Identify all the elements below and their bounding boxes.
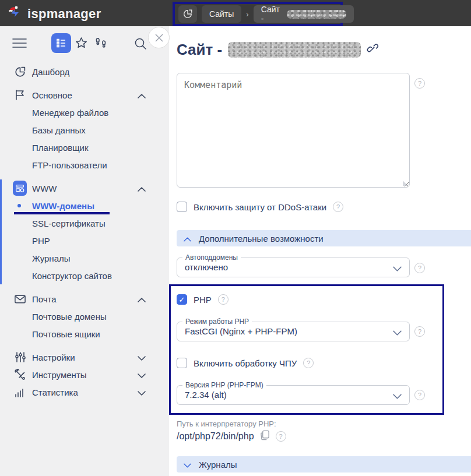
section-advanced-features[interactable]: Дополнительные возможности [177,230,471,246]
php-version-select[interactable]: Версия PHP (PHP-FPM) 7.2.34 (alt) [177,385,410,405]
help-icon[interactable]: ? [303,358,314,368]
ddos-checkbox[interactable] [177,202,187,212]
ddos-checkbox-row: Включить защиту от DDoS-атаки ? [177,202,343,212]
app-name: ispmanager [27,6,101,22]
sidebar-item-scheduler[interactable]: Планировщик [0,139,169,156]
main-panel: Сайт - ? Включить защиту от DDoS-атаки ?… [169,26,471,476]
breadcrumb-tab-sites[interactable]: Сайты [202,5,241,23]
sidebar-group-settings[interactable]: Настройки [0,348,169,366]
chevron-up-icon [138,184,146,193]
tools-icon [13,369,27,380]
list-icon [55,37,67,49]
chevron-up-icon [138,294,146,304]
php-path-value: /opt/php72/bin/php [177,431,254,442]
sidebar-group-www[interactable]: WWW [0,179,169,197]
page-title: Сайт - [177,41,379,59]
bar-chart-icon [13,386,27,398]
close-icon [154,33,164,43]
breadcrumb-tab-current-site[interactable]: Сайт - [254,5,354,23]
sidebar-group-tools[interactable]: Инструменты [0,366,169,383]
sidebar: Дашборд Основное Менеджер файлов Базы да… [0,26,169,476]
breadcrumb-separator: › [246,10,248,19]
help-icon[interactable]: ? [333,202,343,212]
chevron-down-icon [184,460,191,470]
help-icon[interactable]: ? [414,78,425,89]
php-path-row: /opt/php72/bin/php ? [177,430,286,443]
php-annotation-box: PHP ? Режим работы PHP FastCGI (Nginx + … [169,284,444,415]
textarea-resize-handle[interactable] [403,181,408,186]
active-item-annotation-underline [14,212,110,214]
chevron-up-icon [138,90,146,100]
chevron-down-icon [138,387,146,397]
favorites-star-icon[interactable] [74,36,89,52]
sidebar-item-php[interactable]: PHP [0,232,169,249]
search-icon[interactable] [133,37,147,53]
comment-textarea[interactable] [177,73,410,188]
sidebar-item-ftp-users[interactable]: FTP-пользователи [0,156,169,174]
cnc-checkbox[interactable] [177,358,187,368]
php-checkbox-row: PHP ? [177,294,229,305]
sidebar-group-statistics[interactable]: Статистика [0,383,169,401]
sliders-icon [13,351,27,363]
sidebar-item-databases[interactable]: Базы данных [0,121,169,139]
php-path-label: Путь к интерпретатору PHP: [177,419,276,428]
help-icon[interactable]: ? [414,390,425,400]
redacted-site-name [228,42,361,58]
sidebar-item-mailboxes[interactable]: Почтовые ящики [0,325,169,343]
sidebar-item-mail-domains[interactable]: Почтовые домены [0,308,169,325]
help-icon[interactable]: ? [414,326,425,337]
footprints-icon[interactable] [93,36,108,52]
sidebar-menu: Дашборд Основное Менеджер файлов Базы да… [0,63,169,401]
top-header: ispmanager Сайты › Сайт - [0,0,471,26]
chevron-down-icon [393,263,402,274]
chevron-down-icon [393,391,402,401]
sidebar-item-file-manager[interactable]: Менеджер файлов [0,104,169,121]
php-checkbox[interactable] [177,294,187,305]
chevron-down-icon [393,327,402,338]
help-icon[interactable]: ? [218,294,229,305]
redacted-site-name [287,10,346,19]
help-icon[interactable]: ? [414,263,425,273]
sidebar-group-mail[interactable]: Почта [0,290,169,308]
copy-icon[interactable] [260,430,270,443]
sidebar-item-dashboard[interactable]: Дашборд [0,63,169,80]
link-icon[interactable] [367,41,379,59]
dashboard-tab-button[interactable] [178,5,197,23]
breadcrumb-annotation-box: Сайты › Сайт - [173,2,343,26]
autosubdomains-select[interactable]: Автоподдомены отключено [177,258,410,277]
close-panel-button[interactable] [148,27,170,48]
sidebar-item-logs[interactable]: Журналы [0,249,169,267]
app-logo[interactable]: ispmanager [7,4,101,24]
help-icon[interactable]: ? [276,431,286,442]
chevron-down-icon [138,352,146,362]
pie-chart-icon [182,9,193,19]
ispmanager-logo-icon [7,4,24,24]
menu-list-view-button[interactable] [51,33,71,53]
chevron-up-icon [184,234,191,244]
php-mode-select[interactable]: Режим работы PHP FastCGI (Nginx + PHP-FP… [177,322,410,341]
active-group-indicator [0,179,2,284]
cnc-checkbox-row: Включить обработку ЧПУ ? [177,358,314,368]
sidebar-item-ssl-certificates[interactable]: SSL-сертификаты [0,214,169,232]
www-server-icon [13,181,27,196]
pie-chart-icon [13,66,27,78]
section-logs[interactable]: Журналы [177,456,471,473]
envelope-icon [13,294,27,304]
sidebar-group-main[interactable]: Основное [0,86,169,104]
flag-icon [13,89,27,101]
sidebar-item-site-builder[interactable]: Конструктор сайтов [0,267,169,284]
hamburger-menu-icon[interactable] [12,37,27,51]
sidebar-toolbar [0,26,169,58]
chevron-down-icon [138,370,146,380]
